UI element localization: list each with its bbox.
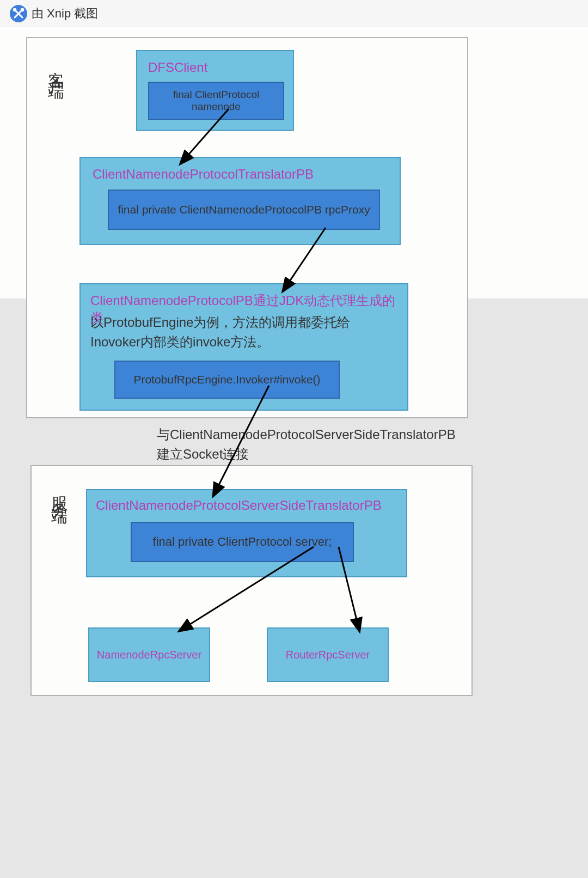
dfsclient-box: DFSClient final ClientProtocol namenode (136, 50, 294, 131)
watermark-text: 由 Xnip 截图 (32, 5, 98, 22)
router-rpcserver-label: RouterRpcServer (286, 649, 370, 661)
socket-note-line1: 与ClientNamenodeProtocolServerSideTransla… (157, 425, 456, 444)
client-translator-box: ClientNamenodeProtocolTranslatorPB final… (79, 157, 401, 245)
router-rpcserver-box: RouterRpcServer (267, 627, 389, 682)
client-translator-title: ClientNamenodeProtocolTranslatorPB (93, 167, 314, 182)
jdk-proxy-box: ClientNamenodeProtocolPB通过JDK动态代理生成的类 以P… (79, 283, 408, 411)
dfsclient-field-box: final ClientProtocol namenode (148, 82, 284, 120)
server-translator-field-box: final private ClientProtocol server; (131, 522, 354, 562)
server-panel-label: 服务端 (48, 484, 70, 500)
watermark-bar: 由 Xnip 截图 (0, 0, 588, 27)
server-translator-box: ClientNamenodeProtocolServerSideTranslat… (86, 489, 407, 577)
socket-note-line2: 建立Socket连接 (157, 444, 249, 464)
client-translator-field-box: final private ClientNamenodeProtocolPB r… (108, 190, 380, 230)
jdk-proxy-field-text: ProtobufRpcEngine.Invoker#invoke() (133, 373, 320, 386)
dfsclient-title: DFSClient (148, 60, 207, 75)
svg-point-2 (21, 8, 24, 11)
namenode-rpcserver-box: NamenodeRpcServer (88, 627, 210, 682)
jdk-proxy-desc: 以ProtobufEngine为例，方法的调用都委托给Inovoker内部类的i… (90, 313, 395, 352)
server-panel: 服务端 ClientNamenodeProtocolServerSideTran… (30, 465, 473, 696)
xnip-logo-icon (10, 5, 27, 22)
server-translator-field-text: final private ClientProtocol server; (153, 535, 332, 549)
namenode-rpcserver-label: NamenodeRpcServer (97, 649, 201, 661)
client-panel-label: 客户端 (45, 59, 67, 75)
client-translator-field-text: final private ClientNamenodeProtocolPB r… (118, 203, 370, 216)
jdk-proxy-field-box: ProtobufRpcEngine.Invoker#invoke() (114, 361, 340, 399)
client-panel: 客户端 DFSClient final ClientProtocol namen… (26, 37, 468, 418)
server-translator-title: ClientNamenodeProtocolServerSideTranslat… (96, 498, 382, 513)
svg-point-1 (13, 8, 16, 11)
dfsclient-field-text: final ClientProtocol namenode (149, 89, 283, 113)
